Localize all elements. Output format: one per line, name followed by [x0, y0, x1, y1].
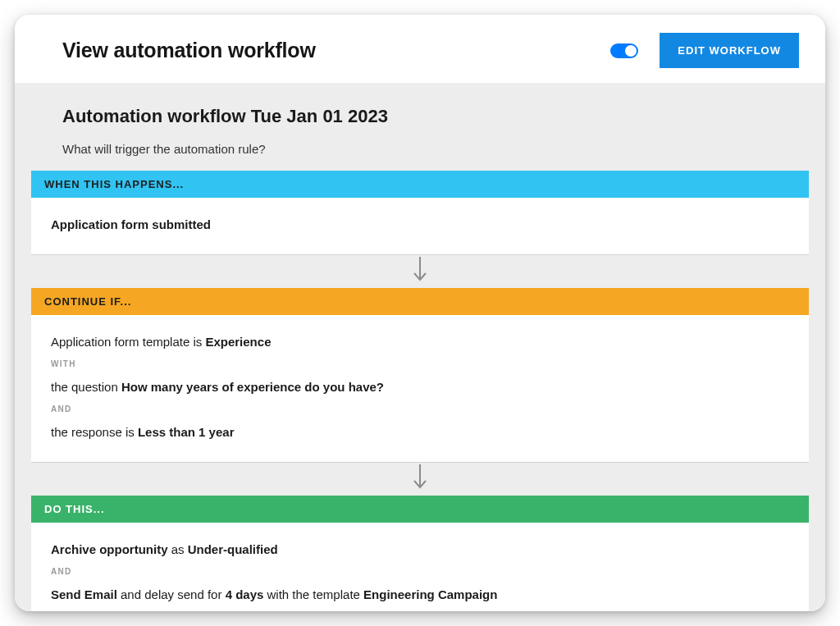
arrow-down-icon — [31, 255, 809, 288]
cond-l2-value: How many years of experience do you have… — [121, 380, 384, 394]
keyword-with: WITH — [51, 359, 789, 370]
toggle-knob — [625, 45, 637, 57]
action-line-1: Archive opportunity as Under-qualified — [51, 541, 789, 558]
act-l2-mid2: with the template — [263, 587, 363, 601]
act-l1-action: Archive opportunity — [51, 542, 168, 556]
act-l2-delay: 4 days — [226, 587, 264, 601]
action-line-2: Send Email and delay send for 4 days wit… — [51, 586, 789, 603]
workflow-subtitle: What will trigger the automation rule? — [62, 142, 809, 156]
top-bar: View automation workflow EDIT WORKFLOW — [15, 15, 825, 83]
cond-l2-text: the question — [51, 380, 121, 394]
condition-section-body: Application form template is Experience … — [31, 315, 809, 463]
condition-line-1: Application form template is Experience — [51, 333, 789, 350]
edit-workflow-button[interactable]: EDIT WORKFLOW — [660, 33, 799, 68]
when-section-head: WHEN THIS HAPPENS... — [31, 171, 809, 198]
act-l2-mid1: and delay send for — [117, 587, 226, 601]
arrow-down-icon — [31, 463, 809, 496]
keyword-and: AND — [51, 404, 789, 415]
act-l2-template: Engineering Campaign — [363, 587, 497, 601]
workflow-card: View automation workflow EDIT WORKFLOW A… — [15, 15, 825, 611]
keyword-and: AND — [51, 566, 789, 578]
top-actions: EDIT WORKFLOW — [610, 33, 799, 68]
cond-l1-value: Experience — [205, 335, 271, 349]
cond-l3-text: the response is — [51, 425, 138, 439]
cond-l1-text: Application form template is — [51, 335, 205, 349]
page-title: View automation workflow — [62, 39, 316, 62]
condition-line-3: the response is Less than 1 year — [51, 423, 789, 441]
act-l2-action: Send Email — [51, 587, 117, 601]
workflow-title: Automation workflow Tue Jan 01 2023 — [62, 106, 809, 127]
enable-toggle[interactable] — [610, 43, 638, 58]
when-section-body: Application form submitted — [31, 198, 809, 255]
act-l1-mid: as — [168, 542, 188, 556]
cond-l3-value: Less than 1 year — [138, 425, 235, 439]
when-trigger-text: Application form submitted — [51, 217, 211, 231]
condition-section-head: CONTINUE IF... — [31, 288, 809, 315]
action-section-body: Archive opportunity as Under-qualified A… — [31, 523, 809, 611]
condition-line-2: the question How many years of experienc… — [51, 378, 789, 395]
action-section-head: DO THIS... — [31, 496, 809, 523]
act-l1-value: Under-qualified — [188, 542, 278, 556]
workflow-body: Automation workflow Tue Jan 01 2023 What… — [15, 83, 825, 611]
